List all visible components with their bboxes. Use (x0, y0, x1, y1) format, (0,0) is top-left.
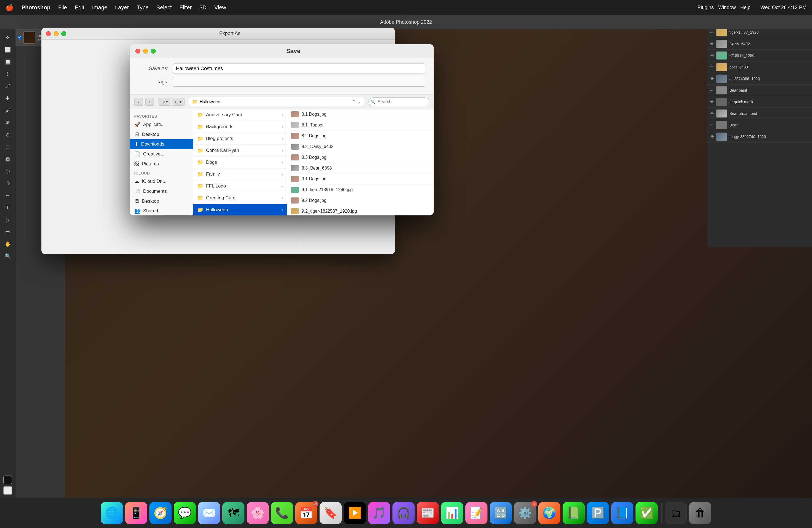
menu-view[interactable]: View (214, 4, 226, 11)
save-as-input[interactable] (173, 63, 425, 73)
nav-back-button[interactable]: ‹ (134, 98, 143, 106)
dodge-tool[interactable]: ☽ (2, 178, 13, 189)
layer-item[interactable]: 👁 oper_6403 (707, 61, 812, 73)
folder-ffl-logo[interactable]: 📁 FFL Logo › (193, 180, 287, 192)
layer-item[interactable]: 👁 Bear (707, 119, 812, 131)
menu-filter[interactable]: Filter (179, 4, 192, 11)
layer-item[interactable]: 👁 ar-2574086_1920 (707, 73, 812, 85)
dock-pages[interactable]: 📝 (465, 502, 488, 524)
dock-chrome[interactable]: 🌍 (538, 502, 561, 524)
location-dropdown[interactable]: 📁Halloween ⌃ ⌄ (189, 97, 364, 107)
path-tool[interactable]: ▷ (2, 214, 13, 225)
dock-music[interactable]: 🎵 (368, 502, 390, 524)
dock-news[interactable]: 📰 (417, 502, 439, 524)
dock-word[interactable]: 📘 (611, 502, 633, 524)
dock-contacts[interactable]: 🔖 (320, 502, 342, 524)
menu-plugins[interactable]: Plugins (697, 5, 714, 11)
file-item-2[interactable]: 8.2 Dogs.jpg (287, 131, 434, 142)
pen-tool[interactable]: ✒ (2, 190, 13, 201)
gradient-tool[interactable]: ▦ (2, 153, 13, 165)
layer-item[interactable]: 👁 ar quick mask (707, 96, 812, 108)
sidebar-item-documents[interactable]: 📄 Documents (130, 186, 193, 196)
menu-window[interactable]: Window (718, 5, 736, 11)
tags-input[interactable] (173, 77, 425, 87)
dock-numbers[interactable]: 📊 (441, 502, 463, 524)
blur-tool[interactable]: ◌ (2, 166, 13, 177)
menu-image[interactable]: Image (92, 4, 107, 11)
menu-layer[interactable]: Layer (115, 4, 129, 11)
minimize-button[interactable] (54, 31, 59, 36)
eyedropper-tool[interactable]: 🖊 (2, 80, 13, 92)
apple-menu[interactable]: 🍎 (5, 4, 14, 12)
menu-select[interactable]: Select (156, 4, 172, 11)
type-tool[interactable]: T (2, 202, 13, 213)
dock-trash[interactable]: 🗑 (689, 502, 711, 524)
folder-halloween[interactable]: 📁 Halloween › (193, 204, 287, 216)
file-item-8[interactable]: 9.2 Dogs.jpg (287, 195, 434, 206)
layer-item[interactable]: 👁 foggy-3892740_1920 (707, 131, 812, 143)
app-name[interactable]: Photoshop (21, 4, 50, 11)
save-minimize-button[interactable] (143, 48, 148, 54)
list-view-button[interactable]: ⊟ ▾ (172, 98, 185, 106)
select-tool[interactable]: ⬜ (2, 44, 13, 55)
eraser-tool[interactable]: ◻ (2, 142, 13, 152)
folder-cobra-kai[interactable]: 📁 Cobra Kai Ryan › (193, 145, 287, 157)
file-item-0[interactable]: 8.1 Dogs.jpg (287, 109, 434, 120)
file-item-3[interactable]: 8.2_Daisy_6402 (287, 142, 434, 152)
menu-edit[interactable]: Edit (75, 4, 84, 11)
foreground-color[interactable] (3, 475, 12, 484)
folder-anniversary-card[interactable]: 📁 Anniversary Card › (193, 109, 287, 121)
file-item-9[interactable]: 9.2_tiger-1822537_1920.jpg (287, 206, 434, 216)
dock-appstore[interactable]: 🔠 (490, 502, 512, 524)
move-tool[interactable]: ✛ (2, 32, 13, 43)
nav-forward-button[interactable]: › (145, 98, 154, 106)
close-button[interactable] (46, 31, 51, 36)
file-item-4[interactable]: 8.3 Dogs.jpg (287, 152, 434, 163)
menu-3d[interactable]: 3D (199, 4, 207, 11)
folder-backgrounds[interactable]: 📁 Backgrounds › (193, 121, 287, 133)
sidebar-item-desktop-icloud[interactable]: 🖥 Desktop (130, 196, 193, 206)
sidebar-item-pictures[interactable]: 🖼 Pictures (130, 159, 193, 169)
dock-finder2[interactable]: 🗂 (665, 502, 687, 524)
dock-mail[interactable]: ✉️ (198, 502, 220, 524)
folder-dogs[interactable]: 📁 Dogs › (193, 157, 287, 168)
icon-view-button[interactable]: ⊞ ▾ (159, 98, 171, 106)
sidebar-item-downloads[interactable]: ⬇ Downloads (130, 139, 193, 149)
menu-type[interactable]: Type (137, 4, 149, 11)
dock-facetime[interactable]: 📞 (271, 502, 293, 524)
clone-tool[interactable]: ⊕ (2, 117, 13, 128)
heal-tool[interactable]: ✚ (2, 93, 13, 104)
folder-blog-projects[interactable]: 📁 Blog projects › (193, 133, 287, 145)
background-color[interactable] (3, 486, 12, 495)
save-close-button[interactable] (135, 48, 140, 54)
maximize-button[interactable] (61, 31, 66, 36)
history-tool[interactable]: ⊙ (2, 129, 13, 140)
folder-greeting-card[interactable]: 📁 Greeting Card › (193, 192, 287, 204)
sidebar-item-creative[interactable]: 📄 Creative... (130, 149, 193, 159)
shape-tool[interactable]: ▭ (2, 226, 13, 237)
crop-tool[interactable]: ⊹ (2, 69, 13, 79)
layer-item[interactable]: 👁 Bear ph...rmoed (707, 108, 812, 119)
lasso-tool[interactable]: 🔲 (2, 56, 13, 68)
file-item-6[interactable]: 9.1 Dogs.jpg (287, 174, 434, 185)
sidebar-item-icloud-drive[interactable]: ☁ iCloud Dri... (130, 176, 193, 186)
dock-maps[interactable]: 🗺 (222, 502, 244, 524)
menu-help[interactable]: Help (740, 5, 750, 11)
layer-item[interactable]: 👁 Bear paint (707, 85, 812, 96)
dock-tv[interactable]: ▶️ (344, 502, 366, 524)
dock-photos[interactable]: 🌸 (247, 502, 269, 524)
dock-tick[interactable]: ✅ (636, 502, 657, 524)
layer-item[interactable]: 👁 Daisy_6402 (707, 38, 812, 50)
file-item-5[interactable]: 8.3_Bear_6398 (287, 163, 434, 174)
sidebar-item-shared[interactable]: 👥 Shared (130, 206, 193, 216)
dock-messages[interactable]: 💬 (174, 502, 196, 524)
save-maximize-button[interactable] (151, 48, 156, 54)
dock-sysprefs[interactable]: ⚙️ 1 (514, 502, 536, 524)
brush-tool[interactable]: 🖌 (2, 105, 13, 116)
sidebar-item-applications[interactable]: 🚀 Applicati... (130, 120, 193, 130)
file-item-7[interactable]: 9.1_lion-218918_1280.jpg (287, 185, 434, 195)
dock-finder[interactable]: 🌐 (101, 502, 123, 524)
zoom-tool[interactable]: 🔍 (2, 251, 13, 262)
search-input[interactable] (368, 98, 429, 106)
menu-file[interactable]: File (58, 4, 67, 11)
